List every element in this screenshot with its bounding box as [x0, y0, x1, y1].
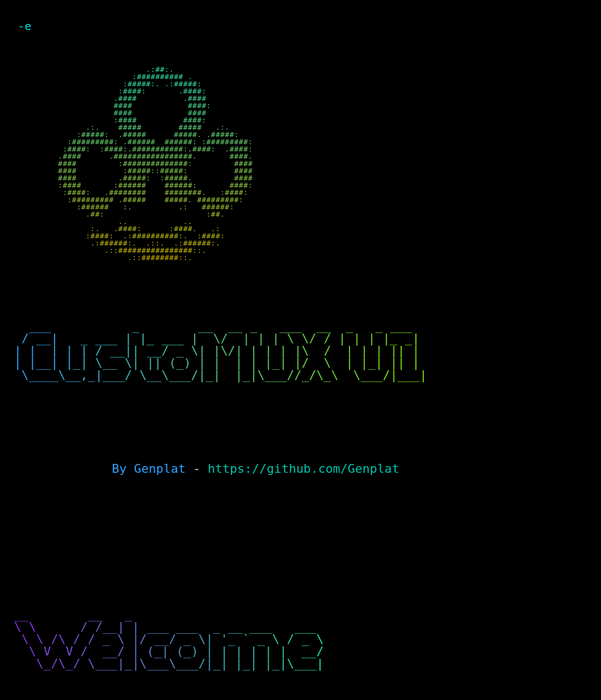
flag-text: -e: [18, 19, 31, 33]
title-ascii: ___ _ __ __ _ ___ __ _ _ ___ / __| _ ___…: [7, 320, 597, 381]
welcome-ascii: __ __ _ \ \ / /__| | ___ ___ _ __ ___ __…: [7, 609, 597, 670]
byline: By Genplat - https://github.com/Genplat: [82, 445, 597, 493]
byline-link[interactable]: https://github.com/Genplat: [208, 462, 399, 476]
byline-author: By Genplat: [112, 462, 185, 476]
byline-separator: -: [185, 462, 208, 476]
biohazard-ascii: .:##:. :########## . :#####:. .:#####: :…: [53, 66, 597, 261]
